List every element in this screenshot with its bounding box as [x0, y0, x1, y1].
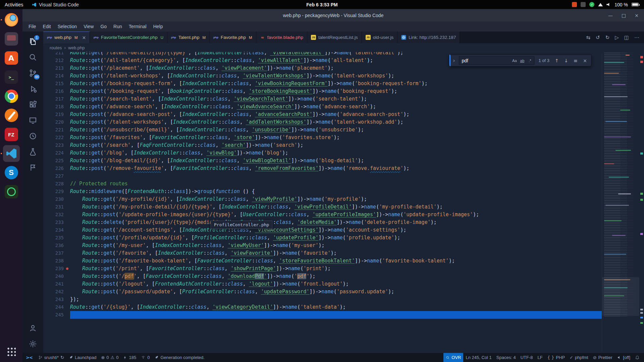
dock-item-vscode[interactable] — [3, 145, 20, 162]
source-control-icon[interactable]: 44 — [24, 65, 41, 81]
input-source-icon[interactable] — [581, 2, 586, 7]
test-beaker-icon[interactable] — [24, 144, 41, 160]
code-line-218[interactable]: 218Route::get('/advance-search', [IndexC… — [43, 103, 602, 111]
maximize-button[interactable]: □ — [622, 13, 626, 18]
activities-button[interactable]: Activities — [5, 2, 23, 7]
menu-edit[interactable]: Edit — [40, 24, 54, 29]
split-editor-icon[interactable]: ◫ — [624, 35, 629, 41]
line-number[interactable]: 216 — [43, 87, 70, 95]
line-number[interactable]: 232 — [43, 211, 70, 219]
extensions-icon[interactable] — [24, 97, 41, 112]
code-line-243[interactable]: 243}); — [43, 296, 602, 303]
line-number[interactable]: 245 — [43, 311, 70, 319]
line-number[interactable]: 224 — [43, 149, 70, 157]
code-line-222[interactable]: 222Route::post('/favorites', [FavoriteCo… — [43, 134, 602, 141]
code-line-245[interactable]: 245 — [43, 311, 602, 319]
line-number[interactable]: 217 — [43, 95, 70, 103]
line-number[interactable]: 212 — [43, 57, 70, 64]
code-lines[interactable]: 211Route::get('/talent-detail/{id}/{type… — [43, 52, 602, 353]
previous-match-icon[interactable]: ↑ — [553, 58, 560, 63]
line-number[interactable]: 240 — [43, 273, 70, 280]
code-line-227[interactable]: 227 — [43, 172, 602, 180]
account-icon[interactable] — [24, 320, 41, 336]
dock-item-chrome[interactable] — [3, 88, 20, 105]
line-number[interactable]: 226 — [43, 165, 70, 172]
indentation-indicator[interactable]: Spaces: 4 — [494, 353, 518, 362]
line-number[interactable]: 244 — [43, 303, 70, 311]
generation-status-item[interactable]: Generation completed. — [152, 353, 207, 362]
line-number[interactable]: 234 — [43, 226, 70, 234]
tab-talent-php[interactable]: phpTalent.phpM — [167, 32, 210, 43]
code-line-231[interactable]: 231 Route::get('/my-profile-detail/{id}/… — [43, 203, 602, 211]
find-input[interactable] — [462, 58, 510, 63]
menu-selection[interactable]: Selection — [54, 24, 80, 29]
code-line-219[interactable]: 219Route::post('/advance-search-post', [… — [43, 111, 602, 118]
code-line-229[interactable]: 229Route::middleware([FrontendAuth::clas… — [43, 188, 602, 195]
metric-item[interactable]: 185 — [121, 353, 139, 362]
launchpad-item[interactable]: Launchpad — [66, 353, 99, 362]
git-branch-item[interactable]: srushti* ↻ — [36, 353, 66, 362]
line-number[interactable]: 227 — [43, 172, 70, 180]
dock-item-firefox[interactable] — [3, 11, 20, 28]
code-line-234[interactable]: 234 Route::get('/account-settings', [Ind… — [43, 226, 602, 234]
volume-icon[interactable] — [606, 3, 611, 7]
code-line-242[interactable]: 242 Route::post('/password/update', [Pro… — [43, 288, 602, 296]
line-number[interactable]: 213 — [43, 64, 70, 72]
ports-item[interactable]: 0 — [139, 353, 152, 362]
code-line-238[interactable]: 238 Route::post('/favorite-book-talent',… — [43, 257, 602, 265]
dock-item-green-app[interactable] — [3, 183, 20, 200]
problems-item[interactable]: ⊗0 ⚠0 — [99, 353, 121, 362]
code-line-244[interactable]: 244Route::get('/{slug}', [IndexControlle… — [43, 303, 602, 311]
announcement-item[interactable]: [off] — [615, 353, 633, 362]
tab-favoritetalentcontroller-php[interactable]: phpFavoriteTalentController.phpU — [90, 32, 167, 43]
code-line-232[interactable]: 232 Route::post('/update-profile-images/… — [43, 211, 602, 219]
close-window-button[interactable]: × — [635, 13, 639, 18]
line-number[interactable]: 218 — [43, 103, 70, 111]
compare-changes-icon[interactable]: ⇆ — [586, 35, 591, 41]
line-number[interactable]: 242 — [43, 288, 70, 296]
clock[interactable]: Feb 6 3:53 PM — [306, 2, 337, 7]
navigate-back-icon[interactable]: ↺ — [596, 35, 600, 41]
code-line-230[interactable]: 230 Route::get('/my-profile/{id}', [Inde… — [43, 195, 602, 203]
run-file-icon[interactable]: ▷ — [615, 35, 619, 41]
code-line-235[interactable]: 235 Route::post('/profile/update/{id}', … — [43, 234, 602, 242]
line-number[interactable]: 219 — [43, 111, 70, 118]
dock-item-files[interactable] — [3, 31, 20, 47]
tab-favorite-php[interactable]: phpFavorite.phpM — [210, 32, 256, 43]
dock-item-skype[interactable]: S — [3, 164, 20, 181]
tab-talentrequestlist-js[interactable]: JStalentRequestList.js — [307, 32, 362, 43]
minimize-button[interactable]: — — [608, 13, 613, 18]
toggle-replace-icon[interactable]: › — [451, 57, 456, 64]
minimap-slider[interactable] — [602, 277, 639, 316]
show-applications-button[interactable] — [3, 343, 20, 360]
code-line-217[interactable]: 217Route::get('/search-talent', [IndexCo… — [43, 95, 602, 103]
menu-help[interactable]: Help — [150, 24, 166, 29]
dock-item-pencil-app[interactable] — [3, 107, 20, 124]
phpfmt-item[interactable]: ✓phpfmt — [567, 353, 591, 362]
line-number[interactable]: 221 — [43, 126, 70, 134]
line-number[interactable]: 238 — [43, 257, 70, 265]
pin-flag-icon[interactable] — [24, 160, 41, 175]
overtype-indicator[interactable]: OVR — [443, 353, 463, 362]
code-line-223[interactable]: 223Route::get('/search', [FaqFrontContro… — [43, 141, 602, 149]
breadcrumb-folder[interactable]: routes — [50, 45, 62, 50]
line-number[interactable]: 225 — [43, 157, 70, 165]
regex-button[interactable]: .* — [526, 57, 533, 64]
code-line-225[interactable]: 225Route::get('/blog-detail/{id}', [Inde… — [43, 157, 602, 165]
menu-go[interactable]: Go — [97, 24, 110, 29]
code-line-226[interactable]: 226Route::post('/remove-favourite', [Fav… — [43, 165, 602, 172]
line-number[interactable]: 241 — [43, 280, 70, 288]
tab-old-user-js[interactable]: JSold-user.js — [362, 32, 398, 43]
line-number[interactable]: 231 — [43, 203, 70, 211]
code-line-220[interactable]: 220Route::post('/talent-workshops', [Ind… — [43, 118, 602, 126]
breadcrumb-file[interactable]: web.php — [68, 45, 85, 50]
code-line-237[interactable]: 237 Route::get('/favorite', [IndexContro… — [43, 249, 602, 257]
menu-file[interactable]: File — [25, 24, 40, 29]
eol-indicator[interactable]: LF — [535, 353, 545, 362]
line-number[interactable]: 228 — [43, 180, 70, 188]
line-number[interactable]: 220 — [43, 118, 70, 126]
dock-item-terminal[interactable]: >_ — [3, 69, 20, 85]
code-line-236[interactable]: 236 Route::get('/my-user', [IndexControl… — [43, 242, 602, 249]
line-number[interactable]: 229 — [43, 188, 70, 195]
close-find-icon[interactable]: × — [582, 58, 588, 63]
